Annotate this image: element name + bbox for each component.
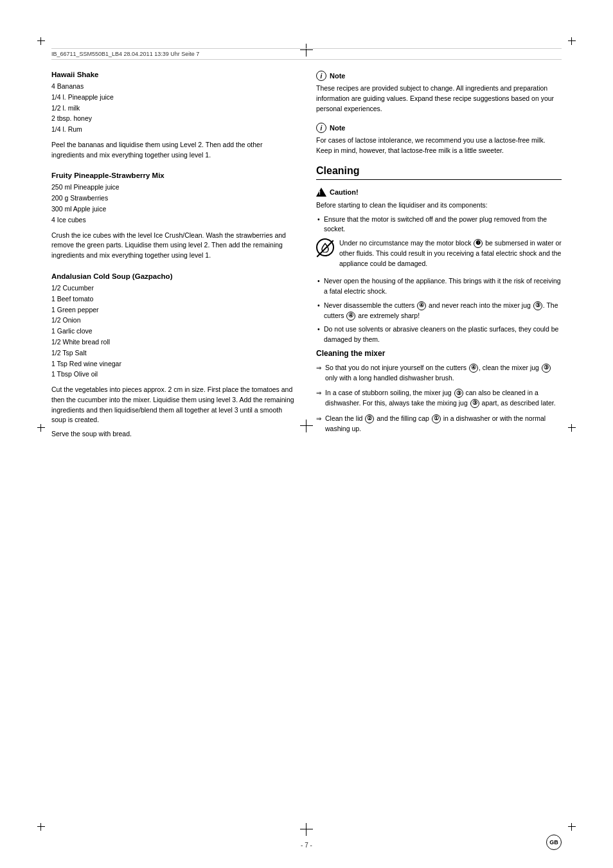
- ingredient-item: 1/4 l. Pineapple juice: [51, 92, 297, 103]
- reg-mark-bottom-left: [37, 823, 45, 831]
- page-number: - 7 -: [301, 842, 312, 849]
- left-column: Hawaii Shake 4 Bananas 1/4 l. Pineapple …: [51, 71, 297, 817]
- reg-mark-mid-right: [568, 424, 576, 432]
- ingredient-item: 1 Beef tomato: [51, 294, 297, 305]
- ingredient-item: 2 tbsp. honey: [51, 113, 297, 124]
- cleaning-section-header: Cleaning: [316, 165, 562, 180]
- gb-badge: GB: [546, 835, 562, 850]
- header-file-info: IB_66711_SSM550B1_LB4 28.04.2011 13:39 U…: [51, 51, 199, 57]
- fruity-mix-ingredients: 250 ml Pineapple juice 200 g Strawberrie…: [51, 182, 297, 225]
- fruity-mix-title: Fruity Pineapple-Strawberry Mix: [51, 172, 297, 179]
- caution-title: Caution!: [316, 188, 562, 197]
- caution-bullet-4: Do not use solvents or abrasive cleaners…: [316, 324, 562, 345]
- content-area: Hawaii Shake 4 Bananas 1/4 l. Pineapple …: [51, 71, 562, 817]
- circle-num-3d: ③: [470, 399, 479, 408]
- caution-bullet-2: Never open the housing of the appliance.…: [316, 276, 562, 297]
- info-icon-2: i: [316, 123, 326, 133]
- ingredient-item: 1/2 Onion: [51, 315, 297, 326]
- note-box-2: i Note For cases of lactose intolerance,…: [316, 123, 562, 156]
- ingredient-item: 1/2 Cucumber: [51, 283, 297, 294]
- ingredient-item: 1/2 Tsp Salt: [51, 348, 297, 359]
- right-column: i Note These recipes are provided subjec…: [316, 71, 562, 817]
- circle-num-4a: ④: [417, 301, 426, 310]
- reg-mark-top-left: [37, 37, 45, 45]
- cleaning-mixer-title: Cleaning the mixer: [316, 349, 562, 358]
- cleaning-arrow-2: In a case of stubborn soiling, the mixer…: [316, 388, 562, 409]
- fruity-mix-instructions: Crush the ice cubes with the level Ice C…: [51, 231, 297, 261]
- ingredient-item: 1/2 White bread roll: [51, 337, 297, 348]
- circle-num-3c: ③: [454, 389, 463, 398]
- gazpacho-title: Andalusian Cold Soup (Gazpacho): [51, 272, 297, 280]
- cleaning-arrow-3: Clean the lid ② and the filling cap ① in…: [316, 414, 562, 434]
- ingredient-item: 4 Bananas: [51, 81, 297, 92]
- caution-bullet-3: Never disassemble the cutters ④ and neve…: [316, 301, 562, 321]
- gazpacho-instructions2: Serve the soup with bread.: [51, 429, 297, 439]
- caution-bullet-1: Ensure that the motor is switched off an…: [316, 215, 562, 235]
- page-footer: - 7 -: [0, 842, 613, 849]
- caution-intro: Before starting to clean the liquidiser …: [316, 200, 562, 211]
- ingredient-item: 1 Tsp Red wine vinegar: [51, 359, 297, 369]
- circle-num-1: ①: [432, 414, 441, 423]
- circle-num-2: ②: [365, 414, 374, 423]
- no-water-icon: [316, 238, 334, 256]
- ingredient-item: 1 Garlic clove: [51, 326, 297, 337]
- note-box-1: i Note These recipes are provided subjec…: [316, 71, 562, 114]
- reg-mark-bottom-right: [568, 823, 576, 831]
- circle-num-4c: ④: [469, 364, 478, 373]
- circle-num-7: ❼: [474, 239, 483, 248]
- ingredient-item: 250 ml Pineapple juice: [51, 182, 297, 193]
- ingredient-item: 4 Ice cubes: [51, 215, 297, 226]
- hawaii-shake-title: Hawaii Shake: [51, 71, 297, 78]
- ingredient-item: 1 Tbsp Olive oil: [51, 369, 297, 380]
- warning-text: Under no circumstance may the motor bloc…: [339, 238, 562, 269]
- header-bar: IB_66711_SSM550B1_LB4 28.04.2011 13:39 U…: [51, 48, 562, 60]
- caution-triangle-icon: [316, 188, 326, 197]
- note-text-1: These recipes are provided subject to ch…: [316, 84, 562, 114]
- ingredient-item: 1/2 l. milk: [51, 103, 297, 114]
- note-text-2: For cases of lactose intolerance, we rec…: [316, 136, 562, 156]
- note-title-2: i Note: [316, 123, 562, 133]
- cleaning-title: Cleaning: [316, 165, 360, 176]
- ingredient-item: 1/4 l. Rum: [51, 124, 297, 135]
- ingredient-item: 300 ml Apple juice: [51, 204, 297, 215]
- ingredient-item: 200 g Strawberries: [51, 193, 297, 204]
- gazpacho-instructions: Cut the vegetables into pieces approx. 2…: [51, 385, 297, 425]
- note-title-1: i Note: [316, 71, 562, 81]
- cleaning-arrow-1: So that you do not injure yourself on th…: [316, 363, 562, 384]
- reg-mark-mid-left: [37, 424, 45, 432]
- reg-mark-top-right: [568, 37, 576, 45]
- hawaii-shake-ingredients: 4 Bananas 1/4 l. Pineapple juice 1/2 l. …: [51, 81, 297, 135]
- warning-block: Under no circumstance may the motor bloc…: [316, 238, 562, 269]
- page: IB_66711_SSM550B1_LB4 28.04.2011 13:39 U…: [0, 0, 613, 868]
- info-icon-1: i: [316, 71, 326, 81]
- circle-num-3a: ③: [533, 301, 542, 310]
- circle-num-4b: ④: [346, 312, 355, 321]
- ingredient-item: 1 Green pepper: [51, 305, 297, 315]
- gazpacho-ingredients: 1/2 Cucumber 1 Beef tomato 1 Green peppe…: [51, 283, 297, 380]
- circle-num-3b: ③: [542, 364, 551, 373]
- hawaii-shake-instructions: Peel the bananas and liquidise them usin…: [51, 140, 297, 161]
- bottom-crosshair: [300, 823, 313, 836]
